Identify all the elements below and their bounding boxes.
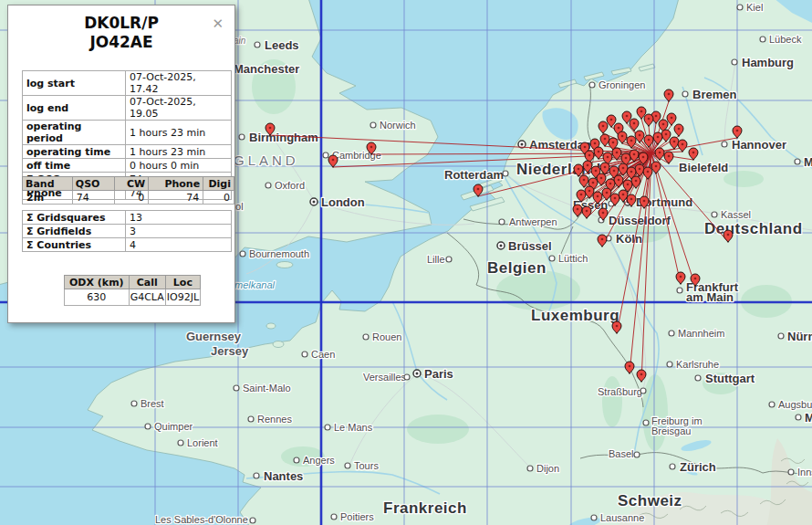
map-label: Hannover: [732, 138, 786, 152]
city-marker-icon: [591, 515, 597, 520]
map-label: Manchester: [234, 62, 299, 76]
map-label: Nantes: [264, 469, 303, 483]
city-marker-icon: [254, 473, 259, 478]
city-marker-icon: [331, 514, 337, 520]
city-marker-icon: [250, 518, 255, 523]
map-label: Les Sables-d'Olonne: [155, 514, 248, 525]
city-marker-icon: [294, 457, 299, 463]
map-label: Antwerpen: [509, 216, 557, 227]
map-label: London: [321, 195, 365, 209]
city-marker-icon: [778, 333, 784, 339]
city-marker-icon: [178, 440, 183, 446]
city-marker-icon: [722, 142, 727, 147]
city-marker-icon: [527, 466, 533, 471]
map-label: Lüttich: [558, 253, 588, 264]
map-label: Bournemouth: [249, 248, 309, 259]
capital-marker-dot: [521, 143, 524, 146]
city-marker-icon: [795, 159, 800, 164]
map-label: Norwich: [380, 120, 416, 131]
contest-log-map-window: NiederlandeBelgienLuxemburgDeutschlandFr…: [0, 0, 812, 525]
map-label: Stuttgart: [705, 372, 755, 385]
city-marker-icon: [788, 469, 794, 475]
city-marker-icon: [634, 452, 640, 457]
locator: JO42AE: [8, 33, 234, 52]
band-table: BandQSOCWPhoneDigi2m740740: [22, 176, 234, 205]
map-label: Versailles: [363, 372, 407, 383]
map-label: Belgien: [487, 259, 547, 277]
map-label: Magdeburg: [804, 155, 812, 169]
city-marker-icon: [302, 352, 307, 357]
city-marker-icon: [499, 219, 505, 225]
city-marker-icon: [404, 374, 410, 380]
table-row: 2m740740: [23, 191, 234, 205]
capital-marker-dot: [416, 373, 419, 375]
map-label: Rotterdam: [444, 168, 504, 182]
map-label: Angers: [303, 455, 335, 466]
city-marker-icon: [643, 420, 649, 425]
close-icon[interactable]: ✕: [212, 17, 224, 29]
map-label: Mannheim: [678, 328, 724, 339]
table-row: off time0 hours 0 min: [23, 159, 232, 173]
map-label: Guernsey: [186, 330, 242, 343]
map-label: melkanal: [234, 279, 276, 290]
table-row: operating time1 hours 23 min: [23, 145, 232, 159]
map-label: Jersey: [211, 344, 249, 358]
map-label: ain: [234, 36, 246, 46]
map-label: Schweiz: [618, 492, 682, 509]
map-label: Luxemburg: [531, 307, 619, 324]
capital-marker-dot: [313, 201, 316, 204]
city-marker-icon: [255, 42, 260, 47]
map-label: Deutschland: [704, 220, 803, 237]
map-label: Leeds: [265, 38, 299, 52]
city-marker-icon: [695, 375, 701, 381]
city-marker-icon: [737, 5, 743, 10]
city-marker-icon: [240, 251, 245, 257]
map-label: Saint-Malo: [243, 383, 291, 394]
city-marker-icon: [323, 152, 328, 158]
map-label: Dijon: [536, 463, 559, 474]
table-row: Σ Gridsquares13: [23, 211, 232, 225]
city-marker-icon: [667, 362, 672, 367]
city-marker-icon: [796, 415, 801, 420]
map-label: Lille: [427, 254, 445, 265]
city-marker-icon: [131, 401, 137, 406]
map-label: Rennes: [257, 414, 292, 425]
map-label: Bielefeld: [679, 161, 728, 174]
map-label: Lausanne: [600, 512, 644, 523]
city-marker-icon: [265, 183, 271, 188]
map-label: Karlsruhe: [676, 359, 719, 370]
map-label: Brest: [141, 398, 164, 409]
city-marker-icon: [370, 122, 376, 128]
map-label: Groningen: [599, 79, 645, 90]
map-label: Augsburg: [778, 399, 812, 410]
map-label: Paris: [424, 367, 453, 381]
map-label: Poitiers: [340, 511, 374, 522]
map-label: Lübeck: [769, 34, 802, 45]
city-marker-icon: [589, 82, 595, 88]
table-row: Σ Countries4: [23, 238, 232, 252]
table-row: operating period1 hours 23 min: [23, 121, 232, 145]
map-label: Caen: [311, 349, 335, 360]
map-label: Le Mans: [334, 422, 373, 433]
map-label: Tours: [354, 460, 379, 471]
city-marker-icon: [145, 424, 151, 429]
city-marker-icon: [677, 288, 682, 293]
city-marker-icon: [640, 388, 646, 394]
odx-table: ODX (km)CallLoc630G4CLAIO92JL: [64, 275, 201, 306]
city-marker-icon: [549, 256, 555, 261]
city-marker-icon: [670, 464, 675, 469]
map-label: Bremen: [692, 88, 736, 101]
map-label: Köln: [616, 232, 642, 246]
map-label: Innsbruck: [797, 467, 812, 478]
table-row: Σ Gridfields3: [23, 225, 232, 238]
capital-marker-dot: [500, 245, 503, 247]
city-marker-icon: [248, 416, 254, 422]
table-row: 630G4CLAIO92JL: [65, 289, 201, 306]
table-row: log start07-Oct-2025, 17.42: [23, 71, 232, 96]
map-label: Hamburg: [742, 56, 794, 69]
map-label: Brüssel: [508, 239, 552, 253]
table-row: log end07-Oct-2025, 19.05: [23, 96, 232, 121]
map-label: Oxford: [275, 180, 305, 191]
map-label: München: [805, 411, 812, 425]
callsign: DK0LR/P: [8, 14, 234, 33]
